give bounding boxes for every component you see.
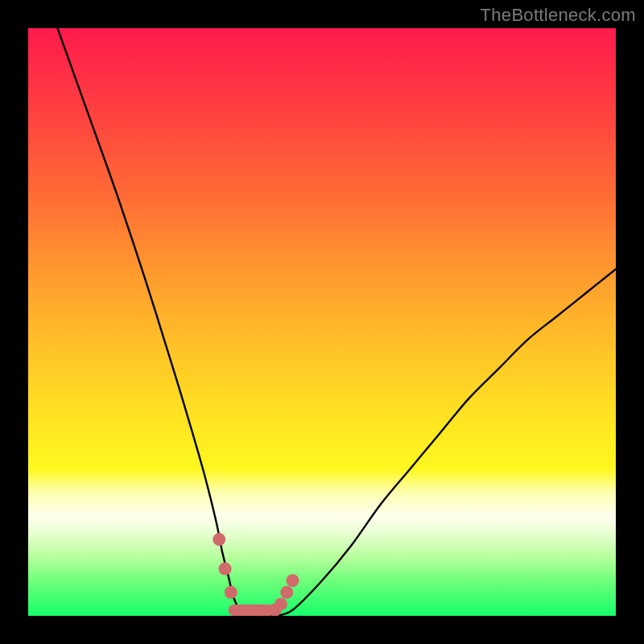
plot-area <box>28 28 616 616</box>
watermark-text: TheBottleneck.com <box>481 5 636 26</box>
highlight-dot <box>275 597 287 610</box>
highlight-dot <box>287 574 299 587</box>
chart-frame: TheBottleneck.com <box>0 0 644 644</box>
highlight-dot <box>219 563 232 576</box>
bottleneck-curve <box>58 28 617 616</box>
curve-overlay <box>28 28 616 616</box>
highlight-dot <box>280 586 293 599</box>
highlight-markers <box>213 533 299 616</box>
highlight-dot <box>213 533 225 546</box>
highlight-dot <box>225 586 237 599</box>
